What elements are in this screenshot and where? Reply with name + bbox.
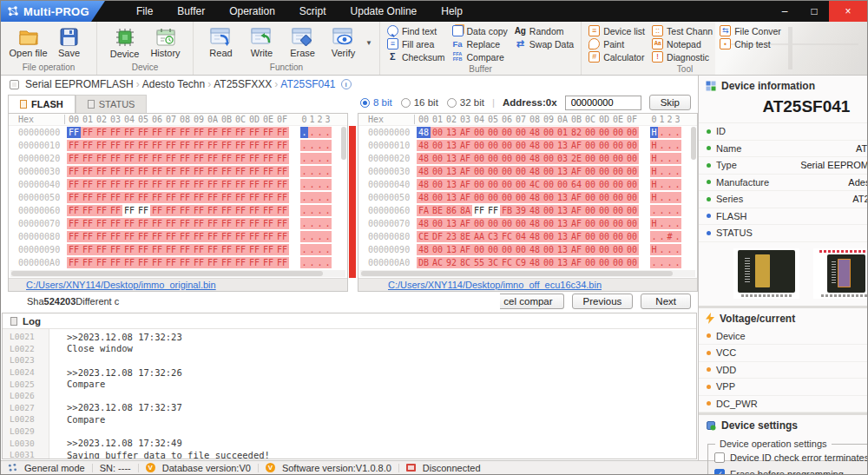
ascii-cell[interactable]: . <box>308 218 316 229</box>
hex-byte-cell[interactable]: 13 <box>444 218 458 229</box>
hex-byte-cell[interactable]: FF <box>164 231 178 242</box>
hex-byte-cell[interactable]: 00 <box>500 244 514 255</box>
hex-byte-cell[interactable]: FF <box>164 127 178 138</box>
ascii-cell[interactable]: . <box>650 257 658 268</box>
maximize-button[interactable]: □ <box>799 1 829 22</box>
hex-byte-cell[interactable]: FF <box>122 244 136 255</box>
hex-byte-cell[interactable]: FF <box>150 192 164 203</box>
hex-byte-cell[interactable]: FF <box>192 205 206 216</box>
read-button[interactable]: Read <box>201 28 241 58</box>
hex-byte-cell[interactable]: 00 <box>486 244 500 255</box>
hex-byte-cell[interactable]: 13 <box>556 257 569 268</box>
ascii-cell[interactable]: H <box>650 218 658 229</box>
hex-byte-cell[interactable]: FF <box>275 205 289 216</box>
hex-byte-cell[interactable]: FF <box>233 205 247 216</box>
hex-byte-cell[interactable]: 48 <box>417 153 431 164</box>
hex-byte-cell[interactable]: FF <box>164 205 178 216</box>
hex-byte-cell[interactable]: FF <box>108 166 122 177</box>
minimize-button[interactable]: – <box>770 1 799 22</box>
hex-byte-cell[interactable]: 00 <box>611 140 625 151</box>
hex-byte-cell[interactable]: 2E <box>569 153 583 164</box>
hex-byte-cell[interactable]: FF <box>150 153 164 164</box>
test-channel-button[interactable]: ::Test Chann <box>652 25 713 36</box>
hex-byte-cell[interactable]: 48 <box>417 244 431 255</box>
hex-byte-cell[interactable]: FF <box>247 218 261 229</box>
hex-byte-cell[interactable]: 13 <box>444 179 458 190</box>
hex-byte-cell[interactable]: AF <box>569 205 583 216</box>
ascii-cell[interactable]: . <box>324 244 332 255</box>
hex-byte-cell[interactable]: 00 <box>431 179 444 190</box>
hex-byte-cell[interactable]: FF <box>81 231 95 242</box>
hex-byte-cell[interactable]: FF <box>81 218 95 229</box>
hex-byte-cell[interactable]: FF <box>67 166 81 177</box>
ascii-cell[interactable]: . <box>666 192 674 203</box>
hex-byte-cell[interactable]: AF <box>569 257 583 268</box>
hex-byte-cell[interactable]: 00 <box>514 218 528 229</box>
hex-byte-cell[interactable]: FF <box>164 257 178 268</box>
hex-byte-cell[interactable]: 92 <box>444 257 458 268</box>
ascii-cell[interactable]: H <box>650 140 658 151</box>
hex-byte-cell[interactable]: AA <box>472 231 486 242</box>
hex-byte-cell[interactable]: FF <box>164 244 178 255</box>
hex-byte-cell[interactable]: 00 <box>597 153 611 164</box>
function-dropdown-caret[interactable]: ▼ <box>365 39 372 47</box>
hex-byte-cell[interactable]: 64 <box>569 179 583 190</box>
history-button[interactable]: History <box>145 28 186 58</box>
hex-byte-cell[interactable]: FF <box>81 166 95 177</box>
hex-byte-cell[interactable]: 00 <box>500 127 514 138</box>
hex-byte-cell[interactable]: DF <box>431 231 444 242</box>
hex-byte-cell[interactable]: FF <box>136 192 150 203</box>
ascii-cell[interactable]: . <box>300 153 308 164</box>
hex-byte-cell[interactable]: 48 <box>417 140 431 151</box>
hex-byte-cell[interactable]: FF <box>206 127 220 138</box>
hex-byte-cell[interactable]: FF <box>220 140 233 151</box>
hex-byte-cell[interactable]: 00 <box>486 179 500 190</box>
hex-byte-cell[interactable]: FF <box>95 179 108 190</box>
hex-byte-cell[interactable]: 8C <box>458 257 472 268</box>
hex-byte-cell[interactable]: FF <box>178 205 192 216</box>
hex-byte-cell[interactable]: FF <box>233 231 247 242</box>
hex-byte-cell[interactable]: FF <box>136 257 150 268</box>
hex-byte-cell[interactable]: C3 <box>486 231 500 242</box>
hex-byte-cell[interactable]: 00 <box>472 179 486 190</box>
hex-byte-cell[interactable]: FF <box>178 218 192 229</box>
hex-byte-cell[interactable]: FF <box>261 127 275 138</box>
hex-byte-cell[interactable]: FF <box>164 140 178 151</box>
ascii-cell[interactable]: . <box>316 140 324 151</box>
hex-byte-cell[interactable]: 00 <box>583 218 597 229</box>
ascii-cell[interactable]: . <box>674 218 681 229</box>
hex-byte-cell[interactable]: FF <box>275 218 289 229</box>
hex-byte-cell[interactable]: 00 <box>625 127 639 138</box>
hex-byte-cell[interactable]: 00 <box>597 244 611 255</box>
hex-byte-cell[interactable]: 48 <box>528 192 542 203</box>
hex-byte-cell[interactable]: 00 <box>583 127 597 138</box>
hex-byte-cell[interactable]: 00 <box>542 179 556 190</box>
hex-byte-cell[interactable]: FF <box>206 257 220 268</box>
hex-byte-cell[interactable]: 00 <box>486 140 500 151</box>
hex-byte-cell[interactable]: 01 <box>556 127 569 138</box>
hex-byte-cell[interactable]: 13 <box>556 244 569 255</box>
hex-byte-cell[interactable]: FF <box>95 218 108 229</box>
hex-byte-cell[interactable]: 48 <box>528 153 542 164</box>
hex-byte-cell[interactable]: FF <box>150 231 164 242</box>
hex-byte-cell[interactable]: FF <box>136 153 150 164</box>
data-copy-button[interactable]: Data copy <box>452 25 508 36</box>
hex-byte-cell[interactable]: FF <box>81 205 95 216</box>
checkbox[interactable]: ✓ <box>714 469 725 475</box>
menu-item-operation[interactable]: Operation <box>217 1 287 22</box>
hex-byte-cell[interactable]: FF <box>108 257 122 268</box>
ascii-cell[interactable]: . <box>308 257 316 268</box>
hex-byte-cell[interactable]: FF <box>275 244 289 255</box>
hex-byte-cell[interactable]: FF <box>81 127 95 138</box>
hex-byte-cell[interactable]: FF <box>136 166 150 177</box>
hex-byte-cell[interactable]: FF <box>67 127 81 138</box>
hex-byte-cell[interactable]: FB <box>500 205 514 216</box>
hex-byte-cell[interactable]: FF <box>261 153 275 164</box>
hex-byte-cell[interactable]: FF <box>178 140 192 151</box>
hex-byte-cell[interactable]: FF <box>192 218 206 229</box>
hex-byte-cell[interactable]: 00 <box>500 140 514 151</box>
next-button[interactable]: Next <box>641 294 691 309</box>
hex-byte-cell[interactable]: FF <box>67 205 81 216</box>
hex-byte-cell[interactable]: 00 <box>514 127 528 138</box>
hex-byte-cell[interactable]: FA <box>417 205 431 216</box>
